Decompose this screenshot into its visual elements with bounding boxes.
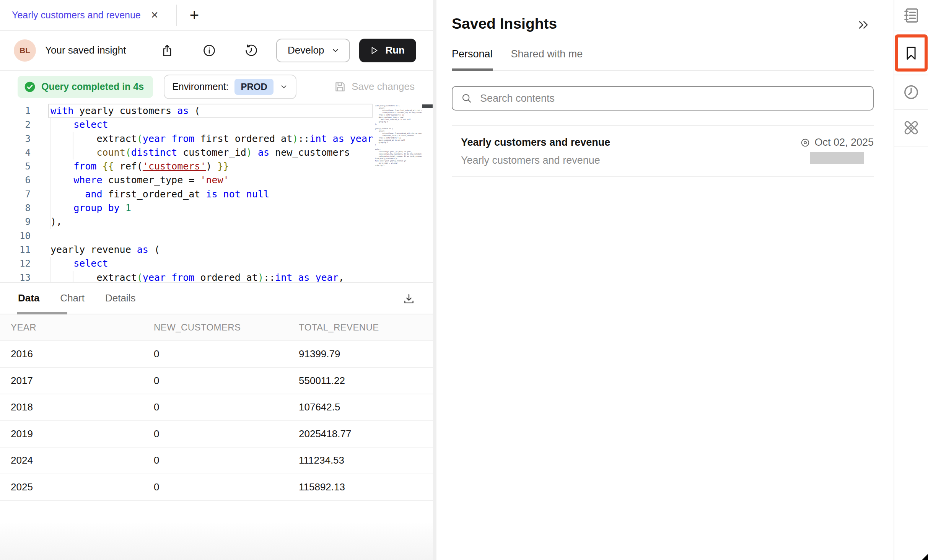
clock-icon xyxy=(902,83,920,101)
code-line[interactable]: 9), xyxy=(0,215,433,229)
code-text: with yearly_customers as ( xyxy=(31,104,200,118)
save-changes-button[interactable]: Save changes xyxy=(334,81,415,93)
code-line[interactable]: 3 extract(year from first_ordered_at)::i… xyxy=(0,132,433,146)
active-tab-underline xyxy=(17,312,67,314)
line-number: 5 xyxy=(0,160,31,173)
notebook-icon xyxy=(902,7,920,24)
tab-divider xyxy=(176,5,177,26)
code-text: extract(year from first_ordered_at)::int… xyxy=(31,132,373,146)
run-label: Run xyxy=(385,44,405,56)
history-icon xyxy=(244,44,258,57)
collapse-panel-button[interactable] xyxy=(857,18,871,32)
table-cell: 0 xyxy=(143,454,288,466)
environment-value-chip: PROD xyxy=(234,79,273,95)
double-chevron-right-icon xyxy=(857,18,870,31)
save-changes-label: Save changes xyxy=(352,81,415,93)
search-box[interactable] xyxy=(452,86,874,111)
run-button[interactable]: Run xyxy=(359,39,416,62)
line-number: 10 xyxy=(0,229,31,243)
sidebar-item-dbt[interactable] xyxy=(894,110,928,147)
redacted-placeholder-bar xyxy=(810,152,864,164)
sidebar-item-history[interactable] xyxy=(894,75,928,110)
code-line[interactable]: 7 and first_ordered_at is not null xyxy=(0,187,433,201)
insight-list-item[interactable]: Yearly customers and revenueYearly custo… xyxy=(452,126,874,177)
develop-dropdown[interactable]: Develop xyxy=(276,39,350,62)
column-header: TOTAL_REVENUE xyxy=(288,322,433,333)
insight-subtitle: Yearly customers and revenue xyxy=(461,155,800,166)
environment-selector[interactable]: Environment: PROD xyxy=(164,75,296,99)
chevron-down-icon xyxy=(331,46,340,55)
insight-date: Oct 02, 2025 xyxy=(814,137,874,148)
code-line[interactable]: 8 group by 1 xyxy=(0,201,433,215)
code-line[interactable]: 13 extract(year from ordered_at)::int as… xyxy=(0,271,433,282)
line-number: 11 xyxy=(0,243,31,257)
code-line[interactable]: 11yearly_revenue as ( xyxy=(0,243,433,257)
table-cell: 0 xyxy=(143,375,288,387)
table-cell: 0 xyxy=(143,401,288,413)
code-line[interactable]: 1with yearly_customers as ( xyxy=(0,104,433,118)
code-text xyxy=(31,229,50,243)
sidebar-item-saved-insights[interactable] xyxy=(894,31,928,75)
saved-insights-title: Saved Insights xyxy=(452,15,874,32)
code-line[interactable]: 10 xyxy=(0,229,433,243)
code-line[interactable]: 2 select xyxy=(0,118,433,132)
query-status-text: Query completed in 4s xyxy=(41,81,144,92)
results-tab-details[interactable]: Details xyxy=(105,292,135,304)
editor-scrollbar-thumb[interactable] xyxy=(422,104,433,108)
share-button[interactable] xyxy=(160,43,174,58)
results-tab-bar: DataChartDetails xyxy=(0,282,433,314)
query-status-bar: Query completed in 4s Environment: PROD … xyxy=(0,71,433,103)
table-cell: 0 xyxy=(143,348,288,360)
info-button[interactable] xyxy=(202,43,217,58)
code-line[interactable]: 5 from {{ ref('customers') }} xyxy=(0,160,433,173)
table-cell: 2025 xyxy=(0,481,143,493)
results-tab-chart[interactable]: Chart xyxy=(60,292,85,304)
editor-tab-bar: Yearly customers and revenue ✕ + xyxy=(0,0,433,31)
saved-insights-tabs: PersonalShared with me xyxy=(452,48,874,71)
search-icon xyxy=(461,93,472,104)
code-lines: 1with yearly_customers as (2 select3 ext… xyxy=(0,104,433,282)
code-line[interactable]: 4 count(distinct customer_id) as new_cus… xyxy=(0,146,433,160)
table-header-row: YEARNEW_CUSTOMERSTOTAL_REVENUE xyxy=(0,314,433,341)
code-text: yearly_revenue as ( xyxy=(31,243,160,257)
minimap[interactable]: with yearly_customers as ( select extrac… xyxy=(375,105,422,273)
tab-close-icon[interactable]: ✕ xyxy=(151,10,159,21)
download-button[interactable] xyxy=(402,293,415,306)
results-data-table: YEARNEW_CUSTOMERSTOTAL_REVENUE 201609139… xyxy=(0,314,433,501)
table-row: 201902025418.77 xyxy=(0,421,433,448)
active-sidebar-highlight xyxy=(895,34,928,72)
results-tab-data[interactable]: Data xyxy=(18,292,39,304)
table-cell: 2024 xyxy=(0,454,143,466)
table-cell: 2025418.77 xyxy=(288,428,433,440)
code-text: extract(year from ordered_at)::int as ye… xyxy=(31,271,344,282)
table-row: 20170550011.22 xyxy=(0,368,433,395)
search-input[interactable] xyxy=(480,93,865,104)
insights-tab-personal[interactable]: Personal xyxy=(452,48,493,71)
line-number: 4 xyxy=(0,146,31,160)
new-tab-button[interactable]: + xyxy=(184,0,204,31)
query-workspace-panel: Yearly customers and revenue ✕ + BL Your… xyxy=(0,0,433,560)
sql-code-editor[interactable]: 1with yearly_customers as (2 select3 ext… xyxy=(0,103,433,282)
tab-yearly-customers-and-revenue[interactable]: Yearly customers and revenue ✕ xyxy=(0,0,159,30)
line-number: 7 xyxy=(0,187,31,201)
history-button[interactable] xyxy=(244,43,259,58)
chevron-down-icon xyxy=(280,83,288,91)
table-cell: 0 xyxy=(143,481,288,493)
line-number: 6 xyxy=(0,173,31,187)
code-text: ), xyxy=(31,215,62,229)
play-icon xyxy=(369,46,379,55)
line-number: 1 xyxy=(0,104,31,118)
table-cell: 550011.22 xyxy=(288,375,433,387)
window-resize-corner[interactable] xyxy=(922,554,928,560)
info-icon xyxy=(202,44,216,57)
column-header: NEW_CUSTOMERS xyxy=(143,322,288,333)
sidebar-item-catalog[interactable] xyxy=(894,0,928,31)
insights-tab-shared-with-me[interactable]: Shared with me xyxy=(511,48,583,71)
code-line[interactable]: 12 select xyxy=(0,257,433,270)
panel-resize-divider[interactable] xyxy=(433,0,436,560)
editor-scrollbar[interactable] xyxy=(422,103,433,282)
line-number: 8 xyxy=(0,201,31,215)
table-cell: 2019 xyxy=(0,428,143,440)
table-cell: 111234.53 xyxy=(288,454,433,466)
code-line[interactable]: 6 where customer_type = 'new' xyxy=(0,173,433,187)
